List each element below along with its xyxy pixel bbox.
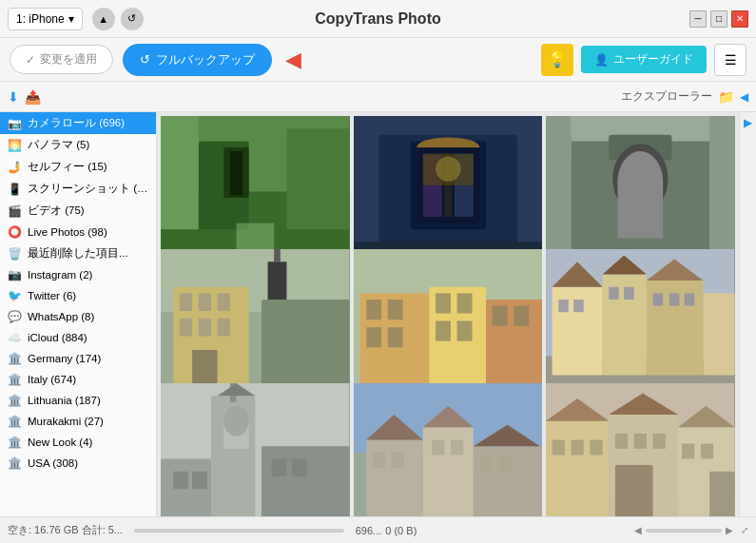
- svg-rect-65: [559, 300, 570, 312]
- sidebar-label-16: USA (308): [28, 457, 78, 469]
- sidebar-item-8[interactable]: 🐦Twitter (6): [0, 285, 156, 306]
- storage-slider[interactable]: [134, 529, 344, 533]
- svg-rect-40: [274, 249, 281, 262]
- sidebar-label-11: Germany (174): [28, 353, 101, 364]
- sidebar-item-6[interactable]: 🗑️最近削除した項目...: [0, 242, 156, 264]
- sidebar-icon-0: 📷: [8, 117, 22, 130]
- svg-rect-50: [514, 306, 529, 326]
- right-panel: ▶: [739, 112, 756, 516]
- svg-rect-107: [572, 439, 584, 455]
- svg-rect-53: [436, 321, 451, 341]
- svg-rect-52: [387, 327, 402, 347]
- sidebar-icon-16: 🏛️: [8, 456, 22, 470]
- scroll-right-icon[interactable]: ▶: [726, 525, 733, 535]
- storage-info: 空き: 16.76 GB 合計: 5...: [8, 523, 123, 537]
- sidebar-icon-1: 🌅: [8, 139, 22, 152]
- guide-icon: 👤: [594, 53, 609, 67]
- arrow-icon: ◀: [285, 48, 301, 72]
- svg-rect-31: [180, 294, 192, 312]
- sidebar-label-3: スクリーンショット (24): [28, 182, 148, 196]
- backup-button[interactable]: ↺ フルバックアップ: [123, 44, 272, 76]
- sidebar-label-9: WhatsApp (8): [28, 311, 94, 322]
- collapse-icon[interactable]: ◀: [740, 90, 748, 104]
- sidebar-item-14[interactable]: 🏛️Murakakmi (27): [0, 411, 156, 432]
- svg-rect-66: [573, 300, 584, 312]
- sidebar-item-0[interactable]: 📷カメラロール (696): [0, 112, 156, 134]
- sidebar-label-13: Lithuania (187): [28, 395, 101, 406]
- sub-left: ⬇ 📤: [8, 89, 41, 105]
- sidebar-item-10[interactable]: ☁️iCloud (884): [0, 327, 156, 348]
- scroll-left-icon[interactable]: ◀: [634, 525, 642, 535]
- svg-rect-80: [173, 471, 188, 489]
- svg-rect-86: [366, 439, 423, 516]
- sidebar-label-7: Instagram (2): [28, 269, 92, 281]
- sidebar-icon-15: 🏛️: [8, 436, 22, 449]
- sidebar-item-5[interactable]: ⭕Live Photos (98): [0, 222, 156, 242]
- sidebar-icon-8: 🐦: [8, 289, 22, 302]
- sidebar-icon-7: 📷: [8, 268, 22, 281]
- svg-rect-46: [387, 300, 402, 320]
- backup-icon: ↺: [140, 52, 150, 67]
- sidebar-item-12[interactable]: 🏛️Italy (674): [0, 369, 156, 390]
- svg-rect-25: [618, 182, 664, 239]
- sidebar-item-15[interactable]: 🏛️New Look (4): [0, 432, 156, 453]
- sidebar-icon-11: 🏛️: [8, 352, 22, 365]
- svg-rect-34: [180, 319, 192, 337]
- sidebar-label-8: Twitter (6): [28, 290, 76, 301]
- folder-icon[interactable]: 📁: [718, 89, 734, 105]
- main-content: 📷カメラロール (696)🌅パノラマ (5)🤳セルフィー (15)📱スクリーンシ…: [0, 112, 756, 516]
- sidebar-icon-14: 🏛️: [8, 415, 22, 428]
- sub-toolbar: ⬇ 📤 エクスプローラー 📁 ◀: [0, 82, 756, 112]
- sidebar-item-11[interactable]: 🏛️Germany (174): [0, 348, 156, 369]
- sidebar-icon-4: 🎬: [8, 204, 22, 218]
- sidebar-item-13[interactable]: 🏛️Lithuania (187): [0, 390, 156, 411]
- sidebar-icon-5: ⭕: [8, 225, 22, 239]
- sidebar-item-7[interactable]: 📷Instagram (2): [0, 264, 156, 285]
- svg-rect-113: [701, 443, 713, 458]
- sidebar-item-16[interactable]: 🏛️USA (308): [0, 453, 156, 474]
- svg-point-77: [223, 405, 248, 436]
- guide-button[interactable]: 👤 ユーザーガイド: [581, 46, 707, 73]
- sidebar-icon-12: 🏛️: [8, 373, 22, 386]
- svg-rect-45: [366, 300, 381, 320]
- sidebar-icon-6: 🗑️: [8, 247, 22, 261]
- sidebar-item-9[interactable]: 💬WhatsApp (8): [0, 306, 156, 327]
- svg-rect-26: [546, 116, 571, 255]
- h-scrollbar[interactable]: [646, 529, 722, 533]
- toolbar-right: 💡 👤 ユーザーガイド ☰: [541, 44, 746, 76]
- photo-cell-8[interactable]: IMG_7152.JPG: [546, 383, 735, 516]
- svg-rect-95: [451, 439, 463, 455]
- svg-rect-32: [199, 294, 211, 312]
- minimize-button[interactable]: ─: [689, 10, 707, 28]
- svg-point-17: [436, 156, 460, 181]
- sidebar-label-5: Live Photos (98): [28, 226, 107, 238]
- svg-rect-68: [624, 287, 634, 300]
- maximize-button[interactable]: □: [710, 10, 727, 28]
- svg-rect-93: [391, 452, 403, 467]
- svg-rect-47: [436, 294, 451, 314]
- sidebar-icon-9: 💬: [8, 310, 22, 323]
- sidebar-item-2[interactable]: 🤳セルフィー (15): [0, 156, 156, 178]
- svg-rect-6: [286, 128, 349, 229]
- light-button[interactable]: 💡: [541, 44, 573, 76]
- photo-cell-7[interactable]: IMG_7154.JPG: [354, 383, 543, 516]
- upload-icon[interactable]: ▲: [92, 8, 115, 30]
- photo-count: 696...: [356, 525, 382, 536]
- menu-button[interactable]: ☰: [714, 44, 746, 76]
- apply-button[interactable]: ✓ 変更を適用: [10, 45, 113, 74]
- svg-rect-39: [268, 262, 287, 301]
- close-button[interactable]: ✕: [731, 10, 748, 28]
- expand-icon[interactable]: ⤢: [741, 525, 748, 535]
- download-icon[interactable]: ⬇: [8, 89, 19, 105]
- sidebar-item-1[interactable]: 🌅パノラマ (5): [0, 134, 156, 156]
- right-panel-arrow[interactable]: ▶: [744, 116, 752, 129]
- sidebar-item-3[interactable]: 📱スクリーンショット (24): [0, 178, 156, 200]
- svg-rect-79: [262, 446, 350, 516]
- photo-cell-6[interactable]: IMG_7155.JPG: [161, 383, 350, 516]
- sidebar-item-4[interactable]: 🎬ビデオ (75): [0, 200, 156, 222]
- device-selector[interactable]: 1: iPhone ▾: [8, 8, 83, 30]
- svg-rect-108: [591, 439, 603, 455]
- share-icon[interactable]: 📤: [25, 89, 41, 105]
- refresh-icon[interactable]: ↺: [121, 8, 144, 30]
- svg-rect-48: [456, 294, 472, 314]
